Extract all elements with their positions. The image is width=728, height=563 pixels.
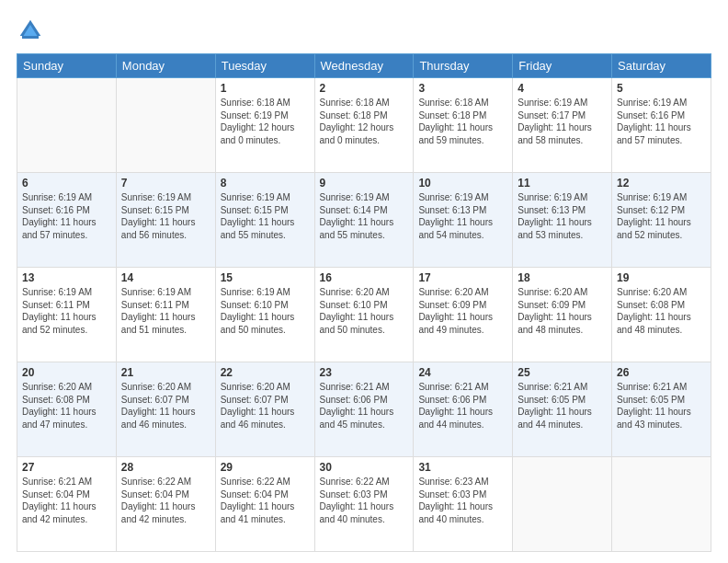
day-number: 26 bbox=[617, 366, 706, 379]
day-info: Sunrise: 6:20 AMSunset: 6:09 PMDaylight:… bbox=[518, 286, 607, 336]
calendar-cell: 24Sunrise: 6:21 AMSunset: 6:06 PMDayligh… bbox=[414, 362, 513, 457]
calendar-cell: 19Sunrise: 6:20 AMSunset: 6:08 PMDayligh… bbox=[612, 268, 711, 362]
day-number: 24 bbox=[418, 366, 507, 379]
day-info: Sunrise: 6:22 AMSunset: 6:04 PMDaylight:… bbox=[121, 476, 210, 525]
day-number: 29 bbox=[221, 461, 310, 474]
day-info: Sunrise: 6:22 AMSunset: 6:04 PMDaylight:… bbox=[221, 476, 310, 525]
day-number: 13 bbox=[22, 271, 111, 284]
calendar-cell: 11Sunrise: 6:19 AMSunset: 6:13 PMDayligh… bbox=[513, 173, 612, 268]
day-info: Sunrise: 6:20 AMSunset: 6:08 PMDaylight:… bbox=[617, 286, 706, 336]
calendar-cell: 1Sunrise: 6:18 AMSunset: 6:19 PMDaylight… bbox=[215, 78, 314, 173]
day-info: Sunrise: 6:19 AMSunset: 6:11 PMDaylight:… bbox=[22, 286, 111, 336]
calendar-cell: 26Sunrise: 6:21 AMSunset: 6:05 PMDayligh… bbox=[612, 362, 711, 457]
calendar-cell: 6Sunrise: 6:19 AMSunset: 6:16 PMDaylight… bbox=[17, 173, 117, 268]
day-info: Sunrise: 6:19 AMSunset: 6:11 PMDaylight:… bbox=[121, 286, 210, 336]
calendar-cell bbox=[17, 78, 117, 173]
calendar-cell: 16Sunrise: 6:20 AMSunset: 6:10 PMDayligh… bbox=[314, 268, 414, 362]
calendar-cell: 8Sunrise: 6:19 AMSunset: 6:15 PMDaylight… bbox=[215, 173, 314, 268]
calendar-cell: 5Sunrise: 6:19 AMSunset: 6:16 PMDaylight… bbox=[612, 78, 711, 173]
calendar-cell: 13Sunrise: 6:19 AMSunset: 6:11 PMDayligh… bbox=[17, 268, 117, 362]
day-info: Sunrise: 6:18 AMSunset: 6:18 PMDaylight:… bbox=[418, 97, 507, 146]
calendar-header-tuesday: Tuesday bbox=[215, 54, 314, 78]
calendar-cell: 4Sunrise: 6:19 AMSunset: 6:17 PMDaylight… bbox=[513, 78, 612, 173]
day-info: Sunrise: 6:19 AMSunset: 6:17 PMDaylight:… bbox=[518, 97, 607, 146]
day-info: Sunrise: 6:19 AMSunset: 6:13 PMDaylight:… bbox=[518, 191, 607, 241]
day-info: Sunrise: 6:21 AMSunset: 6:06 PMDaylight:… bbox=[320, 381, 409, 431]
calendar-cell: 27Sunrise: 6:21 AMSunset: 6:04 PMDayligh… bbox=[17, 457, 117, 552]
day-info: Sunrise: 6:18 AMSunset: 6:19 PMDaylight:… bbox=[221, 97, 310, 146]
calendar-cell: 3Sunrise: 6:18 AMSunset: 6:18 PMDaylight… bbox=[414, 78, 513, 173]
calendar-cell: 12Sunrise: 6:19 AMSunset: 6:12 PMDayligh… bbox=[612, 173, 711, 268]
day-number: 28 bbox=[121, 461, 210, 474]
day-number: 9 bbox=[320, 177, 409, 190]
day-number: 16 bbox=[320, 271, 409, 284]
calendar-cell: 25Sunrise: 6:21 AMSunset: 6:05 PMDayligh… bbox=[513, 362, 612, 457]
calendar-cell bbox=[513, 457, 612, 552]
day-info: Sunrise: 6:19 AMSunset: 6:16 PMDaylight:… bbox=[22, 191, 111, 241]
logo-icon bbox=[17, 17, 44, 44]
calendar-cell bbox=[116, 78, 215, 173]
calendar-header-saturday: Saturday bbox=[612, 54, 711, 78]
day-info: Sunrise: 6:20 AMSunset: 6:09 PMDaylight:… bbox=[418, 286, 507, 336]
day-info: Sunrise: 6:19 AMSunset: 6:13 PMDaylight:… bbox=[418, 191, 507, 241]
day-number: 6 bbox=[22, 177, 111, 190]
day-info: Sunrise: 6:19 AMSunset: 6:10 PMDaylight:… bbox=[221, 286, 310, 336]
calendar-header-friday: Friday bbox=[513, 54, 612, 78]
day-number: 2 bbox=[320, 82, 409, 95]
day-info: Sunrise: 6:19 AMSunset: 6:16 PMDaylight:… bbox=[617, 97, 706, 146]
calendar-row-2: 6Sunrise: 6:19 AMSunset: 6:16 PMDaylight… bbox=[17, 173, 711, 268]
calendar-cell: 2Sunrise: 6:18 AMSunset: 6:18 PMDaylight… bbox=[314, 78, 414, 173]
calendar-cell: 21Sunrise: 6:20 AMSunset: 6:07 PMDayligh… bbox=[116, 362, 215, 457]
day-info: Sunrise: 6:22 AMSunset: 6:03 PMDaylight:… bbox=[320, 476, 409, 525]
day-number: 5 bbox=[617, 82, 706, 95]
day-number: 1 bbox=[221, 82, 310, 95]
calendar-cell: 29Sunrise: 6:22 AMSunset: 6:04 PMDayligh… bbox=[215, 457, 314, 552]
day-info: Sunrise: 6:20 AMSunset: 6:10 PMDaylight:… bbox=[320, 286, 409, 336]
day-number: 14 bbox=[121, 271, 210, 284]
day-info: Sunrise: 6:21 AMSunset: 6:04 PMDaylight:… bbox=[22, 476, 111, 525]
calendar-header-sunday: Sunday bbox=[17, 54, 117, 78]
day-number: 10 bbox=[418, 177, 507, 190]
page: SundayMondayTuesdayWednesdayThursdayFrid… bbox=[0, 0, 728, 563]
calendar-row-3: 13Sunrise: 6:19 AMSunset: 6:11 PMDayligh… bbox=[17, 268, 711, 362]
day-number: 19 bbox=[617, 271, 706, 284]
calendar-cell: 30Sunrise: 6:22 AMSunset: 6:03 PMDayligh… bbox=[314, 457, 414, 552]
calendar-cell: 18Sunrise: 6:20 AMSunset: 6:09 PMDayligh… bbox=[513, 268, 612, 362]
header bbox=[17, 17, 711, 44]
day-info: Sunrise: 6:19 AMSunset: 6:15 PMDaylight:… bbox=[221, 191, 310, 241]
day-info: Sunrise: 6:20 AMSunset: 6:07 PMDaylight:… bbox=[221, 381, 310, 431]
day-number: 8 bbox=[221, 177, 310, 190]
day-info: Sunrise: 6:21 AMSunset: 6:05 PMDaylight:… bbox=[518, 381, 607, 431]
calendar-cell: 20Sunrise: 6:20 AMSunset: 6:08 PMDayligh… bbox=[17, 362, 117, 457]
day-number: 25 bbox=[518, 366, 607, 379]
day-number: 4 bbox=[518, 82, 607, 95]
svg-rect-2 bbox=[22, 36, 39, 39]
day-info: Sunrise: 6:21 AMSunset: 6:06 PMDaylight:… bbox=[418, 381, 507, 431]
day-number: 15 bbox=[221, 271, 310, 284]
day-number: 31 bbox=[418, 461, 507, 474]
calendar-table: SundayMondayTuesdayWednesdayThursdayFrid… bbox=[17, 53, 711, 552]
calendar-header-monday: Monday bbox=[116, 54, 215, 78]
day-info: Sunrise: 6:23 AMSunset: 6:03 PMDaylight:… bbox=[418, 476, 507, 525]
calendar-cell: 10Sunrise: 6:19 AMSunset: 6:13 PMDayligh… bbox=[414, 173, 513, 268]
day-number: 7 bbox=[121, 177, 210, 190]
day-info: Sunrise: 6:20 AMSunset: 6:08 PMDaylight:… bbox=[22, 381, 111, 431]
day-number: 17 bbox=[418, 271, 507, 284]
calendar-cell: 28Sunrise: 6:22 AMSunset: 6:04 PMDayligh… bbox=[116, 457, 215, 552]
calendar-cell: 22Sunrise: 6:20 AMSunset: 6:07 PMDayligh… bbox=[215, 362, 314, 457]
calendar-header-row: SundayMondayTuesdayWednesdayThursdayFrid… bbox=[17, 54, 711, 78]
calendar-row-5: 27Sunrise: 6:21 AMSunset: 6:04 PMDayligh… bbox=[17, 457, 711, 552]
day-number: 18 bbox=[518, 271, 607, 284]
day-number: 30 bbox=[320, 461, 409, 474]
day-number: 12 bbox=[617, 177, 706, 190]
calendar-cell: 7Sunrise: 6:19 AMSunset: 6:15 PMDaylight… bbox=[116, 173, 215, 268]
calendar-cell: 31Sunrise: 6:23 AMSunset: 6:03 PMDayligh… bbox=[414, 457, 513, 552]
day-number: 11 bbox=[518, 177, 607, 190]
day-number: 21 bbox=[121, 366, 210, 379]
day-info: Sunrise: 6:19 AMSunset: 6:14 PMDaylight:… bbox=[320, 191, 409, 241]
day-number: 23 bbox=[320, 366, 409, 379]
calendar-cell: 9Sunrise: 6:19 AMSunset: 6:14 PMDaylight… bbox=[314, 173, 414, 268]
calendar-cell bbox=[612, 457, 711, 552]
logo bbox=[17, 17, 48, 44]
day-info: Sunrise: 6:19 AMSunset: 6:15 PMDaylight:… bbox=[121, 191, 210, 241]
